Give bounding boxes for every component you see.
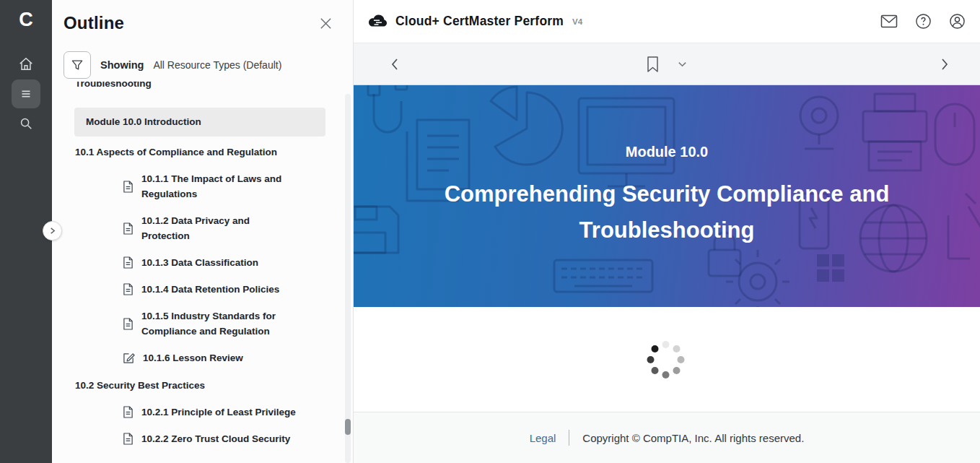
cloud-icon [368, 14, 388, 29]
chevron-down-icon [677, 59, 688, 69]
page-footer: Legal Copyright © CompTIA, Inc. All righ… [354, 412, 980, 463]
outline-panel: Outline Showing All Resource Types (Defa… [52, 0, 354, 463]
outline-item[interactable]: 10.1.6 Lesson Review [52, 350, 353, 365]
spinner-dot [673, 367, 681, 374]
close-icon [319, 17, 333, 30]
outline-item-label: 10.1.5 Industry Standards for Compliance… [141, 308, 299, 339]
chevron-right-icon [48, 227, 56, 235]
envelope-icon [880, 14, 898, 28]
outline-item-selected[interactable]: Module 10.0 Introduction [74, 108, 325, 137]
lesson-review-icon [123, 352, 135, 364]
outline-item-label: 10.1.4 Data Retention Policies [141, 282, 279, 297]
product-title: Cloud+ CertMaster Perform [395, 14, 564, 29]
account-button[interactable] [949, 13, 966, 30]
product-brand: Cloud+ CertMaster Perform V4 [368, 14, 582, 29]
bookmark-menu-button[interactable] [677, 59, 688, 69]
next-page-button[interactable] [937, 57, 951, 72]
lesson-content-area [354, 307, 980, 412]
outline-item-label: 10.2.1 Principle of Least Privilege [141, 404, 296, 420]
filter-funnel-icon [70, 58, 84, 72]
chevron-right-icon [937, 57, 951, 72]
user-icon [949, 13, 966, 30]
document-icon [123, 256, 134, 269]
spinner-dot [678, 356, 685, 363]
outline-section[interactable]: 10.1 Aspects of Compliance and Regulatio… [52, 145, 353, 160]
search-icon [18, 116, 34, 131]
spinner-dot [647, 356, 655, 363]
panel-expand-button[interactable] [43, 221, 62, 241]
outline-scrollbar-thumb[interactable] [345, 419, 351, 435]
outline-item-label: 10.1.1 The Impact of Laws and Regulation… [141, 171, 299, 202]
document-icon [123, 222, 134, 235]
outline-item[interactable]: 10.2.2 Zero Trust Cloud Security [52, 431, 353, 446]
sidebar-item-home[interactable] [12, 50, 40, 79]
module-number-label: Module 10.0 [626, 144, 708, 160]
outline-panel-title: Outline [64, 13, 124, 33]
outline-item-label: 10.1.6 Lesson Review [143, 350, 243, 365]
copyright-text: Copyright © CompTIA, Inc. All rights res… [582, 432, 804, 444]
filter-current-value: All Resource Types (Default) [153, 59, 281, 71]
document-icon [123, 283, 134, 295]
outline-section-partial[interactable]: Troubleshooting [52, 82, 353, 91]
document-icon [123, 433, 134, 445]
outline-item[interactable]: 10.1.1 The Impact of Laws and Regulation… [52, 171, 353, 202]
outline-item-label: 10.2.2 Zero Trust Cloud Security [141, 431, 290, 446]
spinner-dot [652, 367, 659, 374]
messages-button[interactable] [880, 14, 898, 28]
document-icon [123, 406, 134, 418]
sidebar-item-outline[interactable] [12, 79, 40, 108]
home-icon [18, 56, 34, 72]
spinner-dot [652, 345, 659, 352]
product-version: V4 [572, 17, 582, 26]
document-icon [123, 181, 134, 193]
outline-item[interactable]: 10.1.3 Data Classification [52, 255, 353, 270]
outline-section[interactable]: 10.2 Security Best Practices [52, 378, 353, 393]
outline-list: Troubleshooting Module 10.0 Introduction… [52, 82, 353, 451]
outline-item[interactable]: 10.1.5 Industry Standards for Compliance… [52, 308, 353, 339]
outline-item[interactable]: 10.1.4 Data Retention Policies [52, 282, 353, 297]
module-title: Comprehending Security Compliance and Tr… [393, 176, 941, 248]
outline-item[interactable]: 10.1.2 Data Privacy and Protection [52, 213, 353, 243]
legal-link[interactable]: Legal [530, 432, 556, 444]
help-button[interactable] [915, 13, 932, 30]
bookmark-button[interactable] [646, 56, 660, 73]
loading-spinner [648, 342, 684, 378]
menu-icon [18, 86, 34, 102]
main-content: Cloud+ CertMaster Perform V4 [354, 0, 980, 463]
lesson-toolbar [354, 43, 980, 85]
document-icon [123, 318, 134, 330]
outline-item-label: 10.1.2 Data Privacy and Protection [141, 213, 299, 243]
outline-scrollbar[interactable] [345, 94, 351, 463]
app-header: Cloud+ CertMaster Perform V4 [354, 0, 980, 43]
filter-button[interactable] [64, 51, 91, 79]
help-icon [915, 13, 932, 30]
spinner-dot [673, 345, 681, 352]
sidebar-item-search[interactable] [12, 109, 40, 138]
outline-item[interactable]: 10.2.1 Principle of Least Privilege [52, 404, 353, 420]
spinner-dot [662, 341, 670, 348]
spinner-dot [662, 371, 670, 378]
module-hero-banner: Module 10.0 Comprehending Security Compl… [354, 85, 980, 307]
close-outline-button[interactable] [316, 14, 336, 33]
footer-divider [569, 430, 569, 446]
bookmark-icon [646, 56, 660, 73]
comptia-logo: C [19, 10, 33, 30]
outline-item-label: 10.1.3 Data Classification [141, 255, 258, 270]
filter-showing-label: Showing [100, 59, 144, 71]
